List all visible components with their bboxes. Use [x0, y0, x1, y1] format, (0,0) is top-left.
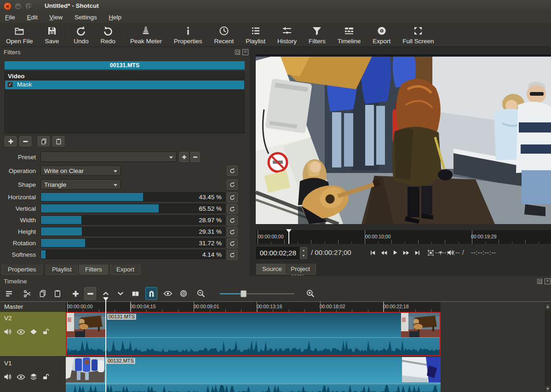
- player-scrubber[interactable]: 00:00:00;00 00:00:10;00 00:00:19;29: [256, 230, 551, 244]
- height-reset-button[interactable]: [227, 227, 238, 237]
- timeline-panel-close-icon[interactable]: ×: [545, 278, 551, 284]
- track-header-master[interactable]: Master: [0, 302, 66, 312]
- open-file-button[interactable]: Open File: [0, 25, 39, 45]
- timeline-menu-button[interactable]: [3, 287, 15, 300]
- dock-resize-handle[interactable]: [292, 275, 304, 276]
- ripple-delete-button[interactable]: [84, 287, 96, 300]
- composite-icon[interactable]: [29, 373, 38, 381]
- copy-button[interactable]: [37, 287, 49, 300]
- skip-to-end-button[interactable]: [414, 249, 421, 256]
- tab-project[interactable]: Project: [285, 264, 316, 275]
- append-button[interactable]: [69, 287, 81, 300]
- timeline-button[interactable]: Timeline: [332, 25, 367, 45]
- save-preset-button[interactable]: [179, 152, 189, 162]
- preset-dropdown[interactable]: [40, 152, 177, 162]
- overwrite-button[interactable]: [115, 287, 126, 300]
- softness-slider[interactable]: 4.14 %: [40, 250, 225, 259]
- zoom-out-button[interactable]: [195, 287, 207, 300]
- full-screen-button[interactable]: Full Screen: [396, 25, 440, 45]
- scroll-up-icon[interactable]: [545, 304, 550, 310]
- filters-panel-float-icon[interactable]: [235, 50, 240, 55]
- track-header-v1[interactable]: V1: [0, 357, 66, 392]
- hide-icon[interactable]: [17, 373, 25, 381]
- video-preview[interactable]: [256, 54, 551, 224]
- width-reset-button[interactable]: [227, 215, 238, 225]
- tab-source[interactable]: Source: [256, 264, 288, 275]
- timeline-playhead[interactable]: [105, 300, 106, 392]
- save-button[interactable]: Save: [39, 25, 65, 45]
- spin-up-icon[interactable]: ▲: [300, 248, 307, 253]
- scroll-down-icon[interactable]: [545, 386, 550, 392]
- vertical-reset-button[interactable]: [227, 204, 238, 214]
- track-header-v2[interactable]: V2: [0, 312, 66, 356]
- ripple-all-tracks-toggle[interactable]: [178, 287, 189, 300]
- window-maximize-button[interactable]: [25, 2, 33, 10]
- tab-properties[interactable]: Properties: [2, 265, 42, 275]
- remove-filter-button[interactable]: [19, 136, 31, 146]
- clip-00132[interactable]: 00132.MTS: [66, 357, 441, 392]
- player-playhead-grip[interactable]: [286, 229, 292, 233]
- timeline-vertical-scrollbar[interactable]: [545, 303, 551, 392]
- history-button[interactable]: History: [271, 25, 303, 45]
- menu-settings[interactable]: Settings: [69, 13, 102, 21]
- properties-button[interactable]: Properties: [168, 25, 208, 45]
- window-minimize-button[interactable]: [14, 2, 22, 10]
- height-slider[interactable]: 29.31 %: [40, 227, 225, 236]
- shape-reset-button[interactable]: [227, 179, 238, 190]
- recent-button[interactable]: Recent: [208, 25, 240, 45]
- skip-to-start-button[interactable]: [369, 249, 376, 256]
- player-zoom-menu-icon[interactable]: [427, 249, 435, 257]
- menu-help[interactable]: Help: [103, 13, 126, 21]
- spin-down-icon[interactable]: ▼: [300, 253, 307, 259]
- softness-reset-button[interactable]: [227, 250, 238, 260]
- timeline-zoom-handle[interactable]: [241, 290, 247, 297]
- peak-meter-button[interactable]: Peak Meter: [124, 25, 168, 45]
- tab-filters[interactable]: Filters: [79, 265, 108, 275]
- mask-filter-checkbox[interactable]: [7, 82, 13, 87]
- mute-icon[interactable]: [3, 327, 12, 336]
- rewind-button[interactable]: [380, 249, 388, 256]
- lock-icon[interactable]: [42, 328, 49, 335]
- play-button[interactable]: [392, 249, 398, 256]
- timeline-panel-float-icon[interactable]: [537, 279, 542, 284]
- paste-button[interactable]: [52, 287, 63, 300]
- window-close-button[interactable]: [4, 2, 11, 10]
- operation-reset-button[interactable]: [227, 166, 238, 176]
- lock-icon[interactable]: [42, 373, 49, 380]
- fast-forward-button[interactable]: [402, 249, 410, 256]
- operation-dropdown[interactable]: Write on Clear: [40, 166, 121, 176]
- filters-button[interactable]: Filters: [303, 25, 332, 45]
- menu-file[interactable]: File: [0, 13, 20, 21]
- hide-icon[interactable]: [17, 328, 25, 336]
- delete-preset-button[interactable]: [190, 152, 200, 162]
- filter-row-mask[interactable]: Mask: [5, 81, 244, 89]
- vertical-slider[interactable]: 65.52 %: [40, 204, 225, 213]
- scrub-while-dragging-toggle[interactable]: [162, 287, 174, 300]
- add-filter-button[interactable]: [5, 136, 17, 146]
- timeline-ruler[interactable]: 00:00:00;00 00:00:04;15 00:00:09;01 00:0…: [66, 302, 441, 312]
- menu-view[interactable]: View: [44, 13, 68, 21]
- tab-export[interactable]: Export: [110, 265, 140, 275]
- undo-button[interactable]: Undo: [68, 25, 94, 45]
- horizontal-slider[interactable]: 43.45 %: [40, 192, 225, 202]
- playlist-button[interactable]: Playlist: [240, 25, 271, 45]
- rotation-reset-button[interactable]: [227, 238, 238, 248]
- position-stepper[interactable]: ▲ ▼: [300, 247, 307, 259]
- shape-dropdown[interactable]: Triangle: [40, 179, 121, 190]
- width-slider[interactable]: 28.97 %: [40, 215, 225, 225]
- cut-button[interactable]: [21, 287, 33, 300]
- split-button[interactable]: [129, 287, 141, 300]
- horizontal-reset-button[interactable]: [227, 192, 238, 202]
- copy-filters-button[interactable]: [38, 136, 50, 146]
- menu-edit[interactable]: Edit: [22, 13, 42, 21]
- paste-filters-button[interactable]: [52, 136, 64, 146]
- filters-panel-close-icon[interactable]: ×: [242, 49, 248, 55]
- clip-00131[interactable]: 00131.MTS: [66, 312, 441, 356]
- composite-icon[interactable]: [29, 328, 38, 336]
- export-button[interactable]: Export: [367, 25, 396, 45]
- mute-icon[interactable]: [3, 372, 12, 381]
- rotation-slider[interactable]: 31.72 %: [40, 238, 225, 248]
- current-position-field[interactable]: 00:00:02;28: [256, 247, 299, 259]
- tab-playlist[interactable]: Playlist: [46, 265, 78, 275]
- zoom-in-button[interactable]: [304, 287, 316, 300]
